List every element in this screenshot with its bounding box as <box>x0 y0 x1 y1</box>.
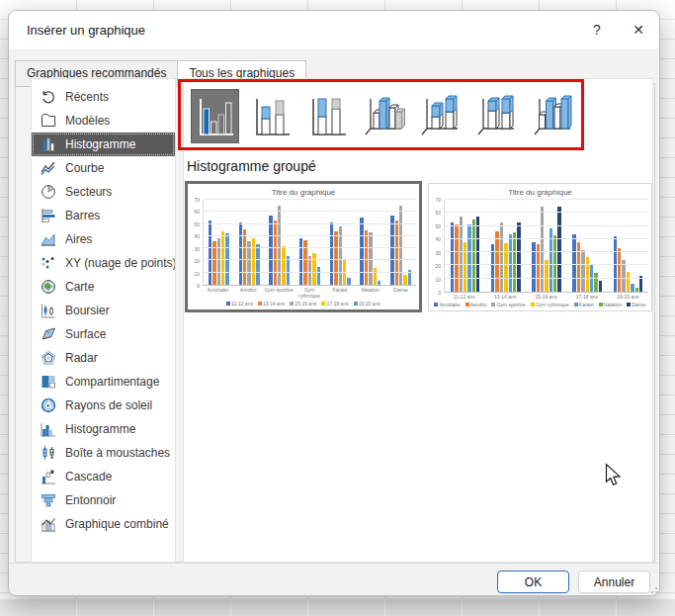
sidebar-item-carte[interactable]: Carte <box>32 275 175 299</box>
resize-grip[interactable] <box>645 584 658 596</box>
chart-bar <box>631 284 633 292</box>
chart-bar <box>395 220 398 285</box>
legend-item: Acrobatie <box>434 302 460 308</box>
chart-title: Titre du graphique <box>432 186 648 200</box>
combo-chart-icon <box>41 516 56 532</box>
chart-bar <box>500 222 503 292</box>
subtype-clustered-column-icon[interactable] <box>191 89 239 143</box>
chart-bar <box>586 257 589 292</box>
sidebar-item-histogramme[interactable]: Histogramme <box>32 132 175 156</box>
area-chart-icon <box>41 231 56 247</box>
chart-preview-1: Titre du graphique010203040506070Acrobat… <box>188 184 419 309</box>
chart-bar <box>317 267 320 285</box>
y-axis: 010203040506070 <box>432 200 444 293</box>
close-button[interactable]: ✕ <box>618 11 659 48</box>
stock-chart-icon <box>41 303 56 318</box>
subtype-column-3d-icon[interactable] <box>529 89 577 143</box>
legend-item: 13-14 ans <box>258 301 285 307</box>
sidebar-item-boite-moustaches[interactable]: Boîte à moustaches <box>32 441 175 465</box>
line-chart-icon <box>41 160 56 176</box>
chart-bar <box>464 242 466 292</box>
chart-bar <box>467 224 470 292</box>
sidebar-item-graphique-combine[interactable]: Graphique combiné <box>32 512 175 536</box>
chart-legend: 11-12 ans13-14 ans15-16 ans17-18 ans19-2… <box>191 299 416 308</box>
chart-bar <box>209 220 211 285</box>
chart-bar <box>374 268 377 285</box>
sidebar-item-label: Secteurs <box>65 185 112 199</box>
chart-bar <box>541 207 544 292</box>
sidebar-item-compartimentage[interactable]: Compartimentage <box>32 370 175 394</box>
subtype-stacked-100-column-icon[interactable] <box>303 89 352 143</box>
legend-item: 11-12 ans <box>226 301 253 307</box>
sidebar-item-rayons-de-soleil[interactable]: Rayons de soleil <box>32 394 175 417</box>
chart-preview-selected[interactable]: Titre du graphique010203040506070Acrobat… <box>185 181 422 312</box>
sidebar-item-label: Barres <box>65 209 100 222</box>
chart-bar <box>299 238 302 285</box>
sidebar-item-xy-nuage[interactable]: XY (nuage de points) <box>32 251 175 275</box>
chart-bar <box>590 265 593 292</box>
subtype-icon-row <box>185 86 584 151</box>
chart-bar <box>347 278 350 285</box>
subtype-stacked-column-3d-icon[interactable] <box>416 89 464 143</box>
chart-preview-alternate[interactable]: Titre du graphique01020304050607011-12 a… <box>428 183 652 311</box>
cancel-button[interactable]: Annuler <box>578 571 650 593</box>
sunburst-icon <box>41 397 56 413</box>
ok-button[interactable]: OK <box>497 571 569 593</box>
sidebar-item-label: Modèles <box>65 114 110 128</box>
chart-subtype-panel: Histogramme groupé Titre du graphique010… <box>183 78 653 563</box>
chart-bar <box>360 218 363 285</box>
sidebar-item-recents[interactable]: Récents <box>32 85 175 109</box>
sidebar-item-label: Surface <box>65 327 106 341</box>
legend-item: Danse <box>627 302 645 308</box>
chart-bar <box>403 275 406 285</box>
subtype-stacked-column-icon[interactable] <box>247 89 295 143</box>
sidebar-item-label: Compartimentage <box>65 375 159 389</box>
chart-bar <box>472 220 475 292</box>
chart-bar <box>343 260 346 285</box>
chart-bar <box>476 217 479 292</box>
sidebar-item-histogramme-stat[interactable]: Histogramme <box>32 417 175 441</box>
subtype-clustered-column-3d-icon[interactable] <box>360 89 408 143</box>
sidebar-item-label: Carte <box>65 280 94 294</box>
sidebar-item-label: Boursier <box>65 304 110 317</box>
pie-chart-icon <box>41 184 56 200</box>
chart-bar <box>618 248 621 292</box>
scatter-chart-icon <box>41 255 56 271</box>
sidebar-item-label: Radar <box>65 351 98 365</box>
sidebar-item-label: Entonnoir <box>65 493 116 507</box>
chart-bar <box>509 234 512 292</box>
insert-chart-dialog: Insérer un graphique ? ✕ Graphiques reco… <box>8 10 660 596</box>
sidebar-item-aires[interactable]: Aires <box>32 227 175 251</box>
chart-bar <box>390 216 393 285</box>
column-chart-icon <box>41 136 56 152</box>
sidebar-item-boursier[interactable]: Boursier <box>32 299 175 322</box>
funnel-icon <box>41 492 56 508</box>
histogram-icon <box>41 421 56 437</box>
sidebar-item-modeles[interactable]: Modèles <box>32 109 175 132</box>
sidebar-item-label: Récents <box>65 90 109 104</box>
chart-bar <box>239 222 242 285</box>
sidebar-item-barres[interactable]: Barres <box>32 204 175 227</box>
sidebar-item-entonnoir[interactable]: Entonnoir <box>32 488 175 512</box>
chart-bar <box>378 281 380 285</box>
map-chart-icon <box>41 279 56 295</box>
help-button[interactable]: ? <box>576 11 618 48</box>
sidebar-item-label: Histogramme <box>65 422 135 436</box>
sidebar-item-radar[interactable]: Radar <box>32 346 175 370</box>
chart-bar <box>513 232 516 292</box>
bar-chart-icon <box>41 208 56 223</box>
dialog-titlebar: Insérer un graphique ? ✕ <box>9 11 659 48</box>
sidebar-item-cascade[interactable]: Cascade <box>32 465 175 488</box>
sidebar-item-label: Boîte à moustaches <box>65 446 170 460</box>
subtype-stacked-100-column-3d-icon[interactable] <box>472 89 521 143</box>
chart-bar <box>256 244 259 285</box>
chart-bar <box>221 231 224 285</box>
chart-title: Titre du graphique <box>191 186 416 200</box>
legend-item: Natation <box>599 302 623 308</box>
sidebar-item-courbe[interactable]: Courbe <box>32 156 175 180</box>
sidebar-item-secteurs[interactable]: Secteurs <box>32 180 175 204</box>
legend-item: 15-16 ans <box>290 301 316 307</box>
chart-preview-2: Titre du graphique01020304050607011-12 a… <box>429 184 651 310</box>
y-axis: 010203040506070 <box>191 200 203 286</box>
sidebar-item-surface[interactable]: Surface <box>32 322 175 346</box>
